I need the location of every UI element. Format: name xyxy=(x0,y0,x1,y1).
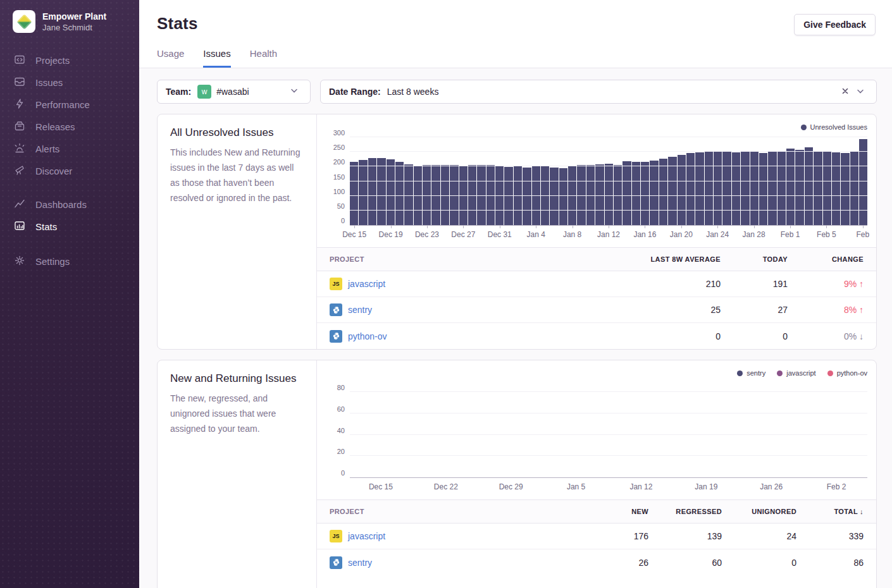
filter-bar: Team: w #wasabi Date Range: Last 8 weeks xyxy=(157,80,877,104)
project-link[interactable]: javascript xyxy=(348,279,385,289)
table-cell: 0 xyxy=(609,331,721,341)
legend-dot xyxy=(737,371,743,376)
date-range-label: Date Range: xyxy=(329,87,381,97)
table-cell: 25 xyxy=(609,305,721,315)
x-tick-label: Feb 5 xyxy=(817,230,836,239)
clear-date-icon[interactable] xyxy=(838,85,853,99)
chart-bar xyxy=(714,152,722,225)
issues-icon xyxy=(14,76,25,89)
y-tick-label: 50 xyxy=(337,202,345,210)
chart-bar xyxy=(504,167,512,225)
chart-bar xyxy=(777,152,786,225)
x-tick-label: Feb 2 xyxy=(805,478,867,494)
sidebar-item-alerts[interactable]: Alerts xyxy=(0,138,139,160)
column-header[interactable]: PROJECT xyxy=(330,508,584,515)
sidebar-item-stats[interactable]: Stats xyxy=(0,216,139,238)
legend-dot-unresolved xyxy=(801,125,807,130)
team-select[interactable]: Team: w #wasabi xyxy=(157,80,311,104)
column-header[interactable]: TOTAL↓ xyxy=(796,508,864,515)
chart-bar xyxy=(795,150,803,225)
sidebar-item-projects[interactable]: Projects xyxy=(0,49,139,71)
sidebar-item-label: Alerts xyxy=(35,144,59,154)
sidebar-item-settings[interactable]: Settings xyxy=(0,250,139,273)
sidebar-item-discover[interactable]: Discover xyxy=(0,160,139,182)
project-link[interactable]: sentry xyxy=(348,558,372,568)
chart-bar xyxy=(668,157,676,225)
chart-legend: Unresolved Issues xyxy=(321,122,867,132)
table-cell: 26 xyxy=(584,558,648,568)
chart-y-axis: 050100150200250300 xyxy=(321,137,345,225)
y-tick-label: 150 xyxy=(333,173,345,181)
table-row: JSjavascript2101919% ↑ xyxy=(317,271,876,297)
y-tick-label: 40 xyxy=(337,427,345,434)
chart-bar xyxy=(541,166,549,225)
python-platform-icon xyxy=(330,556,342,569)
chart-y-axis: 020406080 xyxy=(321,392,345,477)
x-tick-label: Feb 1 xyxy=(781,230,800,239)
y-tick-label: 250 xyxy=(333,144,345,151)
org-name: Empower Plant xyxy=(42,11,106,22)
legend-item-javascript: javascript xyxy=(777,369,815,377)
x-tick-label: Jan 19 xyxy=(675,478,737,494)
column-header[interactable]: UNIGNORED xyxy=(722,508,796,515)
change-cell: 8% ↑ xyxy=(788,305,864,315)
javascript-platform-icon: JS xyxy=(330,530,342,542)
org-switcher[interactable]: Empower Plant Jane Schmidt xyxy=(0,0,139,33)
column-header[interactable]: LAST 8W AVERAGE xyxy=(609,255,721,263)
unresolved-issues-chart: Unresolved Issues 050100150200250300 Dec… xyxy=(317,114,876,242)
table-row: sentry25278% ↑ xyxy=(317,297,876,323)
table-row: JSjavascript17613924339 xyxy=(317,524,876,549)
project-link[interactable]: python-ov xyxy=(348,331,387,341)
tab-usage[interactable]: Usage xyxy=(157,48,184,68)
y-tick-label: 200 xyxy=(333,158,345,166)
table-cell: 176 xyxy=(584,531,648,541)
chart-bar xyxy=(659,159,667,225)
table-cell: 191 xyxy=(721,279,788,289)
main-content: Stats Give Feedback Usage Issues Health … xyxy=(139,0,892,588)
give-feedback-button[interactable]: Give Feedback xyxy=(794,14,876,35)
unresolved-issues-panel: All Unresolved Issues This includes New … xyxy=(157,114,877,350)
column-header[interactable]: NEW xyxy=(584,508,648,515)
sidebar-item-releases[interactable]: Releases xyxy=(0,116,139,138)
legend-item-python-ov: python-ov xyxy=(827,369,867,377)
python-platform-icon xyxy=(330,303,342,316)
tab-health[interactable]: Health xyxy=(250,48,277,68)
projects-icon xyxy=(14,54,25,67)
chart-bar xyxy=(759,153,767,225)
python-platform-icon xyxy=(330,330,342,343)
panel-title: New and Returning Issues xyxy=(170,372,304,385)
chart-bar xyxy=(823,151,831,225)
project-link[interactable]: javascript xyxy=(348,531,385,541)
x-tick-label: Dec 22 xyxy=(415,478,477,494)
alerts-icon xyxy=(14,142,25,156)
chart-bar xyxy=(650,161,658,225)
column-header[interactable]: TODAY xyxy=(721,255,788,263)
chevron-down-icon[interactable] xyxy=(853,85,868,99)
change-cell: 0% ↓ xyxy=(788,331,864,341)
chart-legend: sentryjavascriptpython-ov xyxy=(321,368,867,378)
sidebar-item-issues[interactable]: Issues xyxy=(0,71,139,94)
y-tick-label: 60 xyxy=(337,405,345,413)
y-tick-label: 20 xyxy=(337,448,345,455)
table-cell: 0 xyxy=(722,558,796,568)
table-header-row: PROJECTLAST 8W AVERAGETODAYCHANGE xyxy=(317,248,876,271)
tab-issues[interactable]: Issues xyxy=(203,48,230,68)
x-tick-label: Feb xyxy=(856,230,869,239)
y-tick-label: 300 xyxy=(333,129,345,137)
sidebar-item-performance[interactable]: Performance xyxy=(0,94,139,116)
sidebar-item-label: Discover xyxy=(35,166,72,176)
project-link[interactable]: sentry xyxy=(348,305,372,315)
x-tick-label: Jan 24 xyxy=(706,230,729,239)
column-header[interactable]: REGRESSED xyxy=(648,508,722,515)
javascript-platform-icon: JS xyxy=(330,278,342,290)
chart-x-axis: Dec 15Dec 19Dec 23Dec 27Dec 31Jan 4Jan 8… xyxy=(350,226,867,242)
stacked-bar-chart-plot: 020406080 xyxy=(350,392,867,478)
chart-bar xyxy=(695,152,703,225)
table-cell: 86 xyxy=(796,558,864,568)
panel-title: All Unresolved Issues xyxy=(170,126,304,139)
date-range-select[interactable]: Date Range: Last 8 weeks xyxy=(320,80,877,104)
column-header[interactable]: PROJECT xyxy=(330,255,609,263)
sidebar-item-dashboards[interactable]: Dashboards xyxy=(0,193,139,216)
table-row: sentry2660086 xyxy=(317,549,876,575)
column-header[interactable]: CHANGE xyxy=(788,255,864,263)
